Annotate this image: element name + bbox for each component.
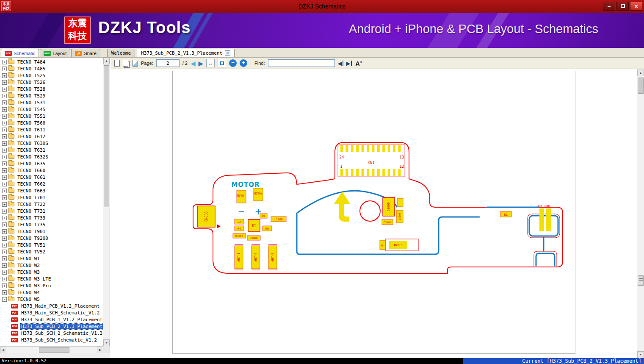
copy-page-icon[interactable] xyxy=(123,60,128,67)
fit-width-button[interactable]: ↔ xyxy=(206,59,215,67)
expand-icon[interactable]: + xyxy=(2,60,7,64)
expand-icon[interactable]: + xyxy=(2,121,7,125)
expand-icon[interactable]: + xyxy=(2,283,7,288)
tree-folder-item[interactable]: +TECNO T484 xyxy=(0,58,103,65)
expand-icon[interactable]: + xyxy=(2,80,7,85)
tree-folder-item[interactable]: +TECNO W3 xyxy=(0,269,103,275)
scrollbar-thumb[interactable] xyxy=(39,347,69,353)
scrollbar-grip[interactable] xyxy=(638,275,644,286)
scroll-left-icon[interactable]: ◀ xyxy=(0,347,6,353)
tab-welcome[interactable]: Welcome xyxy=(107,49,135,57)
tree-folder-item[interactable]: +TECNO T662 xyxy=(0,181,103,187)
tree-document-item[interactable]: PDFH373_Sub_SCH_2_Schematic_V1.3 xyxy=(0,330,103,336)
expand-icon[interactable]: + xyxy=(2,243,7,247)
expand-icon[interactable]: + xyxy=(2,229,7,234)
expand-icon[interactable]: + xyxy=(2,250,7,254)
expand-icon[interactable]: + xyxy=(2,155,7,159)
fit-page-button[interactable] xyxy=(218,59,226,67)
tree-folder-item[interactable]: +TECNO T722 xyxy=(0,201,103,208)
expand-icon[interactable]: + xyxy=(2,189,7,193)
expand-icon[interactable]: + xyxy=(2,128,7,132)
next-page-button[interactable]: ▶ xyxy=(199,60,204,67)
scroll-up-icon[interactable]: ▲ xyxy=(103,58,110,64)
expand-icon[interactable]: + xyxy=(2,222,7,227)
tree-folder-item[interactable]: +TECNO T733 xyxy=(0,214,103,221)
tab-layout[interactable]: PADS Layout xyxy=(40,49,70,57)
tree-folder-item[interactable]: +TECNO T529 xyxy=(0,92,103,99)
tree-document-item[interactable]: PDFH373_Sub_PCB_1_V1.2_Placement xyxy=(0,316,103,323)
tree-document-item[interactable]: PDFH373_Main_SCH_Schematic_V1.2 xyxy=(0,309,103,316)
expand-icon[interactable]: + xyxy=(2,290,7,295)
tree-horizontal-scrollbar[interactable]: ◀ ▶ xyxy=(0,346,103,353)
scroll-up-icon[interactable]: ▲ xyxy=(637,69,644,76)
expand-icon[interactable]: + xyxy=(2,134,7,139)
tree-folder-item[interactable]: +TECNO T528 xyxy=(0,86,103,92)
expand-icon[interactable]: + xyxy=(2,87,7,92)
tree-folder-item[interactable]: +TECNO TV52 xyxy=(0,248,103,255)
tree-folder-item[interactable]: +TECNO W4 xyxy=(0,289,103,296)
scrollbar-thumb[interactable] xyxy=(104,65,109,207)
text-size-icon[interactable]: Aa xyxy=(356,60,362,67)
scroll-down-icon[interactable]: ▼ xyxy=(103,339,110,346)
zoom-out-button[interactable]: − xyxy=(229,59,237,67)
tab-placement-document[interactable]: H373_Sub_PCB_2_V1.3_Placement × xyxy=(137,49,235,57)
expand-icon[interactable]: + xyxy=(2,236,7,241)
tree-vertical-scrollbar[interactable]: ▲ ▼ xyxy=(103,58,110,346)
expand-icon[interactable]: + xyxy=(2,209,7,214)
tree-folder-item[interactable]: +TECNO T701 xyxy=(0,194,103,201)
expand-icon[interactable]: + xyxy=(2,161,7,166)
expand-icon[interactable]: + xyxy=(2,148,7,153)
expand-icon[interactable]: + xyxy=(2,175,7,180)
expand-icon[interactable]: + xyxy=(2,94,7,98)
tree-folder-item[interactable]: +TECNO T611 xyxy=(0,126,103,133)
tree-folder-item[interactable]: +TECNO T630S xyxy=(0,140,103,147)
tree-folder-item[interactable]: +TECNO W1 xyxy=(0,255,103,262)
tree-folder-item[interactable]: +TECNO W2 xyxy=(0,262,103,269)
previous-page-button[interactable]: ◀ xyxy=(191,60,196,67)
tree-folder-item[interactable]: +TECNO T612 xyxy=(0,133,103,140)
tree-folder-item[interactable]: -TECNO W5 xyxy=(0,296,103,303)
snapshot-icon[interactable] xyxy=(133,60,138,67)
tree-folder-item[interactable]: +TECNO T663 xyxy=(0,187,103,194)
expand-icon[interactable]: + xyxy=(2,256,7,261)
expand-icon[interactable]: + xyxy=(2,67,7,71)
tree-folder-item[interactable]: +TECNO T731 xyxy=(0,208,103,214)
expand-icon[interactable]: + xyxy=(2,73,7,78)
tree-folder-item[interactable]: +TECNO T632S xyxy=(0,153,103,160)
expand-icon[interactable]: + xyxy=(2,107,7,112)
expand-icon[interactable]: + xyxy=(2,277,7,281)
expand-icon[interactable]: + xyxy=(2,270,7,275)
tree-folder-item[interactable]: +TECNO T635 xyxy=(0,160,103,167)
expand-icon[interactable]: + xyxy=(2,263,7,268)
close-button[interactable]: × xyxy=(630,2,642,11)
scroll-down-icon[interactable]: ▼ xyxy=(637,351,644,358)
tab-share[interactable]: ↗ Share xyxy=(71,49,100,57)
tree-folder-item[interactable]: +TECNO T545 xyxy=(0,106,103,113)
tree-folder-item[interactable]: +TECNO T661 xyxy=(0,174,103,181)
expand-icon[interactable]: + xyxy=(2,168,7,173)
zoom-in-button[interactable]: + xyxy=(240,59,247,67)
collapse-icon[interactable]: - xyxy=(2,297,7,302)
tree-folder-item[interactable]: +TECNO T531 xyxy=(0,99,103,106)
tree-folder-item[interactable]: +TECNO T735 xyxy=(0,221,103,228)
page-number-input[interactable] xyxy=(156,59,180,67)
tree-folder-item[interactable]: +TECNO T485 xyxy=(0,65,103,72)
page-thumbnail-icon[interactable] xyxy=(114,60,120,67)
expand-icon[interactable]: + xyxy=(2,114,7,119)
tree-document-item[interactable]: PDFH373_Sub_PCB_2_V1.3_Placement xyxy=(0,323,103,330)
find-previous-icon[interactable]: ◀ xyxy=(338,61,343,66)
minimize-button[interactable]: – xyxy=(603,2,615,11)
tree-folder-item[interactable]: +TECNO TV51 xyxy=(0,242,103,248)
document-viewport[interactable]: MOTOR MOTO- MOTO+ − + 24 13 1 12 CN1 CN0… xyxy=(111,69,637,358)
tree-folder-item[interactable]: +TECNO T525 xyxy=(0,72,103,79)
document-vertical-scrollbar[interactable]: ▲ ▼ xyxy=(637,69,644,358)
tree-folder-item[interactable]: +TECNO T560 xyxy=(0,119,103,126)
scroll-right-icon[interactable]: ▶ xyxy=(97,347,103,353)
find-input[interactable] xyxy=(268,59,335,67)
maximize-button[interactable] xyxy=(616,2,629,11)
tree-folder-item[interactable]: +TECNO T901 xyxy=(0,228,103,235)
tree-folder-item[interactable]: +TECNO T631 xyxy=(0,147,103,153)
tree-folder-item[interactable]: +TECNO W3 Pro xyxy=(0,282,103,289)
tree-folder-item[interactable]: +TECNO T551 xyxy=(0,113,103,119)
tab-close-icon[interactable]: × xyxy=(225,50,230,56)
